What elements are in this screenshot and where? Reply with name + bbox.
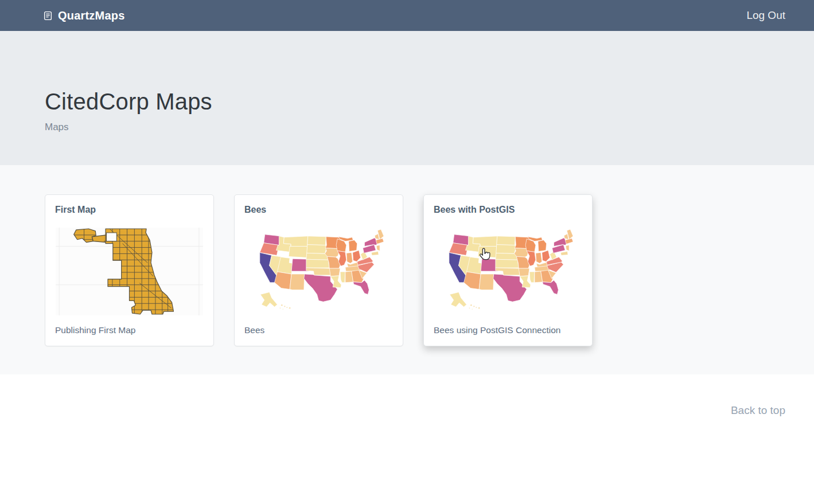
- chicago-map-svg: [55, 228, 204, 315]
- logout-link[interactable]: Log Out: [746, 9, 785, 22]
- map-thumbnail-chicago[interactable]: [55, 228, 204, 315]
- card-title: Bees with PostGIS: [434, 205, 582, 215]
- map-hole: [107, 233, 117, 241]
- us-choropleth-svg: [244, 228, 393, 315]
- card-caption: Bees using PostGIS Connection: [434, 325, 582, 335]
- map-thumbnail-us-bees-postgis[interactable]: [434, 228, 582, 315]
- maps-gallery: First Map Publishing First Map Bees: [0, 165, 814, 374]
- page-footer: Back to top: [0, 374, 814, 463]
- brand-link[interactable]: QuartzMaps: [43, 9, 124, 22]
- top-navbar: QuartzMaps Log Out: [0, 0, 814, 31]
- map-card-bees-postgis[interactable]: Bees with PostGIS: [423, 194, 593, 346]
- card-title: Bees: [244, 205, 393, 215]
- hero-banner: CitedCorp Maps Maps: [0, 31, 814, 165]
- card-title: First Map: [55, 205, 204, 215]
- us-states-group: [449, 229, 573, 310]
- us-states-group: [260, 229, 384, 310]
- us-choropleth-svg: [434, 228, 582, 315]
- page: QuartzMaps Log Out CitedCorp Maps Maps F…: [0, 0, 814, 504]
- map-card-bees[interactable]: Bees: [234, 194, 403, 346]
- card-caption: Bees: [244, 325, 393, 335]
- page-subtitle: Maps: [45, 122, 769, 133]
- page-title: CitedCorp Maps: [45, 89, 769, 115]
- map-card-first-map[interactable]: First Map Publishing First Map: [45, 194, 214, 346]
- brand-label: QuartzMaps: [58, 9, 124, 22]
- journal-text-icon: [43, 11, 53, 21]
- card-caption: Publishing First Map: [55, 325, 204, 335]
- map-thumbnail-us-bees[interactable]: [244, 228, 393, 315]
- back-to-top-link[interactable]: Back to top: [731, 404, 785, 416]
